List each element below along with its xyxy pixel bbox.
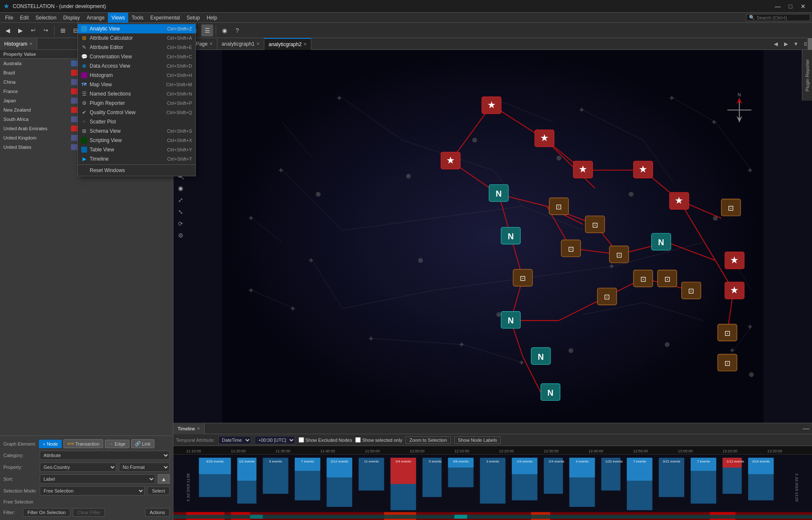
- tool-misc[interactable]: ⚙: [175, 230, 186, 241]
- menu-help[interactable]: Help: [203, 13, 221, 23]
- toolbar-redo[interactable]: ↪: [40, 25, 52, 36]
- actions-button[interactable]: Actions: [145, 508, 170, 517]
- search-icon: 🔍: [749, 15, 755, 20]
- plugin-reporter[interactable]: Plugin Reporter: [802, 50, 812, 101]
- tool-expand[interactable]: ⤢: [175, 194, 186, 205]
- show-selected-checkbox[interactable]: [355, 437, 361, 443]
- sort-select[interactable]: Label: [40, 474, 155, 484]
- menu-table-view[interactable]: Table View Ctrl+Shift+Y: [78, 145, 195, 154]
- menu-attribute-editor[interactable]: ✎ Attribute Editor Ctrl+Shift+E: [78, 43, 195, 52]
- analytic-view-shortcut: Ctrl+Shift+Z: [159, 26, 192, 31]
- menu-map-view[interactable]: 🗺 Map View Ctrl+Shift+M: [78, 80, 195, 89]
- toolbar-undo[interactable]: ↩: [27, 25, 39, 36]
- tab-analyticgraph2[interactable]: analyticgraph2 ✕: [264, 38, 311, 50]
- toolbar-forward[interactable]: ▶: [14, 25, 26, 36]
- tab-nav-left[interactable]: ◀: [771, 40, 780, 48]
- menu-selection[interactable]: Selection: [32, 13, 60, 23]
- toolbar-back[interactable]: ◀: [2, 25, 14, 36]
- menu-plugin-reporter[interactable]: ⚙ Plugin Reporter Ctrl+Shift+P: [78, 99, 195, 108]
- date-label-right: 2 Jul 2019 13:29: [795, 473, 799, 501]
- timeline-tab-close[interactable]: ✕: [197, 426, 200, 431]
- category-select[interactable]: Attribute: [40, 451, 170, 460]
- show-excluded-nodes-check[interactable]: Show Excluded Nodes: [299, 437, 352, 443]
- quality-shortcut: Ctrl+Shift+Q: [158, 110, 192, 115]
- network-graph-svg: ✦ ✦ ✦ ✦ ✦ ✦ ✦ ✦ ✦ ✦ ✦ ✦ ✦ ✦ ✦ ✦ ✦: [173, 50, 812, 423]
- menu-arrange[interactable]: Arrange: [83, 13, 108, 23]
- menu-setup[interactable]: Setup: [183, 13, 203, 23]
- show-node-labels-button[interactable]: Show Node Labels: [454, 436, 501, 444]
- search-box[interactable]: 🔍: [746, 14, 810, 21]
- graph-tabs[interactable]: Tutorial Page ✕ analyticgraph1 ✕ analyti…: [173, 38, 812, 50]
- tab-tutorial-close[interactable]: ✕: [209, 41, 213, 46]
- menu-histogram[interactable]: Histogram Ctrl+Shift+H: [78, 71, 195, 80]
- menu-schema-view[interactable]: ⊞ Schema View Ctrl+Shift+S: [78, 126, 195, 136]
- menu-file[interactable]: File: [2, 13, 16, 23]
- menu-attribute-calculator[interactable]: ⊞ Attribute Calculator Ctrl+Shift+A: [78, 33, 195, 43]
- menu-views[interactable]: Views: [108, 13, 128, 23]
- histogram-tab[interactable]: Histogram ✕: [0, 38, 37, 50]
- menu-analytic-view[interactable]: Analytic View Ctrl+Shift+Z: [78, 24, 195, 33]
- menu-scatter-plot[interactable]: ⁘ Scatter Plot: [78, 117, 195, 126]
- menu-quality-control[interactable]: ✔ Quality Control View Ctrl+Shift+Q: [78, 108, 195, 117]
- toolbar-question[interactable]: ?: [231, 25, 243, 36]
- views-dropdown-menu[interactable]: Analytic View Ctrl+Shift+Z ⊞ Attribute C…: [77, 23, 196, 176]
- clear-filter-button[interactable]: Clear Filter: [73, 508, 105, 517]
- graph-element-edge[interactable]: → Edge: [105, 440, 129, 448]
- menu-tools[interactable]: Tools: [128, 13, 147, 23]
- minimize-button[interactable]: —: [772, 2, 783, 11]
- zoom-to-selection-button[interactable]: Zoom to Selection: [406, 436, 451, 444]
- temporal-attr-select[interactable]: DateTime: [218, 436, 251, 444]
- svg-text:1/12 events: 1/12 events: [727, 460, 744, 463]
- menu-display[interactable]: Display: [60, 13, 83, 23]
- menu-data-access-view[interactable]: ⊕ Data Access View Ctrl+Shift+D: [78, 61, 195, 71]
- svg-text:⊡: ⊡: [616, 251, 622, 259]
- search-input[interactable]: [757, 15, 807, 20]
- tool-eye[interactable]: ◉: [175, 183, 186, 194]
- menu-experimental[interactable]: Experimental: [147, 13, 183, 23]
- timeline-tab-bar[interactable]: Timeline ✕ —: [173, 423, 812, 434]
- filter-on-selection-button[interactable]: Filter On Selection: [23, 508, 70, 517]
- tab-ag1-close[interactable]: ✕: [256, 41, 260, 46]
- selection-mode-select[interactable]: Free Selection: [40, 486, 145, 495]
- menu-timeline[interactable]: ▶ Timeline Ctrl+Shift+T: [78, 154, 195, 164]
- svg-text:1/3 events: 1/3 events: [517, 460, 532, 463]
- plugin-reporter-label[interactable]: Plugin Reporter: [805, 59, 810, 91]
- format-select[interactable]: No Format: [119, 463, 170, 472]
- tab-nav-right[interactable]: ▶: [782, 40, 790, 48]
- graph-element-transaction[interactable]: ⟺ Transaction: [63, 439, 103, 448]
- graph-element-link[interactable]: 🔗 Link: [131, 439, 154, 448]
- tool-rotate2[interactable]: ⟳: [175, 218, 186, 229]
- maximize-button[interactable]: □: [785, 2, 796, 11]
- toolbar-grid[interactable]: ⊞: [57, 25, 69, 36]
- menu-bar[interactable]: File Edit Selection Display Arrange View…: [0, 13, 812, 23]
- tab-ag2-close[interactable]: ✕: [303, 42, 307, 47]
- svg-text:N: N: [508, 316, 513, 325]
- menu-edit[interactable]: Edit: [16, 13, 32, 23]
- titlebar-controls[interactable]: — □ ✕: [772, 2, 809, 11]
- graph-element-node[interactable]: ● Node: [39, 440, 62, 448]
- close-button[interactable]: ✕: [798, 2, 809, 11]
- menu-reset-windows[interactable]: Reset Windows: [78, 166, 195, 175]
- select-button[interactable]: Select: [147, 487, 170, 495]
- sort-asc-button[interactable]: ▲: [158, 474, 170, 484]
- property-select[interactable]: Geo.Country: [40, 463, 116, 472]
- hist-label-uae: United Arab Emirates: [3, 126, 71, 131]
- scrollbar-thumb[interactable]: [808, 38, 812, 51]
- svg-point-52: [497, 312, 501, 317]
- show-excluded-checkbox[interactable]: [299, 437, 304, 443]
- timezone-select[interactable]: +00:00 [UTC]: [255, 436, 295, 444]
- timeline-maximize[interactable]: —: [800, 425, 812, 432]
- toolbar-eye[interactable]: ◉: [219, 25, 230, 36]
- menu-scripting-view[interactable]: Scripting View Ctrl+Shift+X: [78, 136, 195, 145]
- tab-analyticgraph1[interactable]: analyticgraph1 ✕: [217, 38, 264, 50]
- histogram-tab-close[interactable]: ✕: [29, 41, 33, 46]
- menu-named-selections[interactable]: ☰ Named Selections Ctrl+Shift+N: [78, 89, 195, 99]
- tick-1320: 13:20:00: [767, 449, 782, 453]
- tab-dropdown[interactable]: ▼: [792, 40, 800, 48]
- menu-conversation-view[interactable]: 💬 Conversation View Ctrl+Shift+C: [78, 52, 195, 61]
- timeline-tab[interactable]: Timeline ✕: [173, 423, 205, 435]
- show-selected-only-check[interactable]: Show selected only: [355, 437, 402, 443]
- tool-compress[interactable]: ⤡: [175, 206, 186, 217]
- svg-text:✦: ✦: [668, 93, 675, 103]
- toolbar-sel[interactable]: ☰: [201, 25, 213, 36]
